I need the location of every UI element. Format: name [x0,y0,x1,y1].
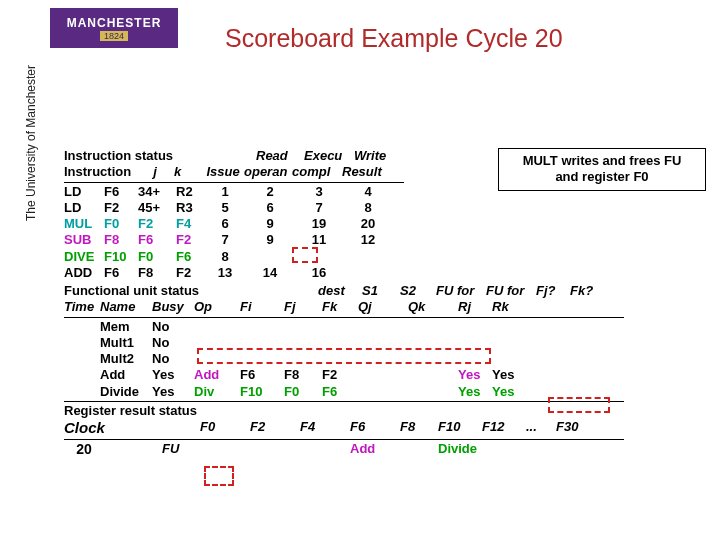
scoreboard-tables: Instruction status Read Execu Write Inst… [64,148,692,458]
hdr-issue: Issue [202,164,244,180]
hdr-exec-compl: compl [292,164,342,180]
clock-value: 20 [64,441,104,459]
hdr-instruction: Instruction [64,164,136,180]
university-sidebar: The University of Manchester [17,8,45,278]
hdr-read: Read [256,148,304,164]
logo-text: MANCHESTER [67,16,162,30]
university-logo: MANCHESTER 1824 [50,8,178,48]
sidebar-text: The University of Manchester [24,65,38,221]
highlight-f0-cell [204,466,234,486]
fu-label: FU [162,441,200,459]
hdr-j: j [136,164,174,180]
hdr-k: k [174,164,202,180]
hdr-write: Write [354,148,402,164]
slide-title: Scoreboard Example Cycle 20 [225,24,563,53]
fu-status-label: Functional unit status [64,283,234,299]
clock-label: Clock [64,419,124,438]
instruction-status-label: Instruction status [64,148,214,164]
hdr-read-op: operan [244,164,292,180]
hdr-exec: Execu [304,148,354,164]
hdr-write-res: Result [342,164,390,180]
logo-year: 1824 [100,31,128,41]
reg-status-label: Register result status [64,403,197,419]
